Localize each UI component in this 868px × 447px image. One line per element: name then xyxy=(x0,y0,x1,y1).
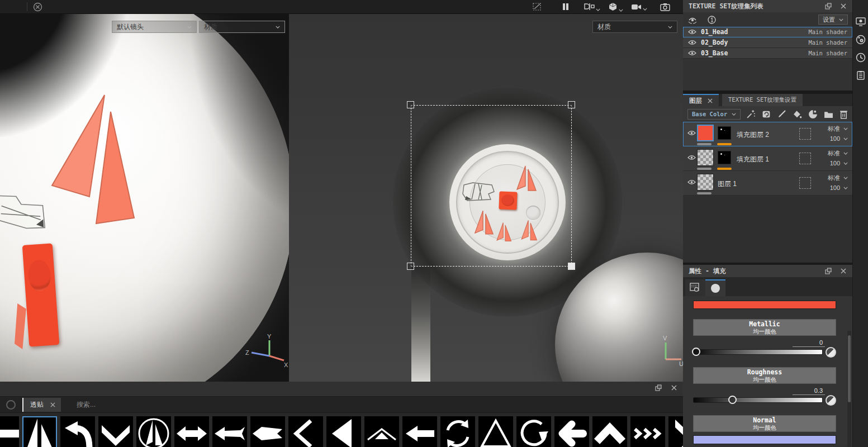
camera-video-dropdown[interactable] xyxy=(631,3,647,11)
stencil-twin-triangle-arrow[interactable] xyxy=(22,416,57,447)
properties-float-icon[interactable] xyxy=(825,268,832,274)
opacity-select[interactable]: 100 xyxy=(830,160,848,167)
stencil-bar-arrow[interactable] xyxy=(0,416,19,447)
shelf-float-icon[interactable] xyxy=(655,384,662,391)
stencil-arrow-left-flag[interactable] xyxy=(250,416,285,447)
texture-set-close-icon[interactable] xyxy=(840,3,847,9)
split-2d3d-dropdown[interactable] xyxy=(584,3,600,11)
eye-icon[interactable] xyxy=(687,155,696,160)
stencil-triple-chevron-right[interactable] xyxy=(630,416,665,447)
stencil-refresh-circle[interactable] xyxy=(440,416,475,447)
layer-mask-thumbnail[interactable] xyxy=(718,151,731,164)
uv-reproject-button[interactable] xyxy=(799,153,811,164)
screenshot-camera-icon[interactable] xyxy=(659,2,671,12)
eye-icon[interactable] xyxy=(688,40,696,45)
opacity-select[interactable]: 100 xyxy=(830,184,848,191)
roughness-slider[interactable] xyxy=(693,397,823,403)
viewport-3d[interactable]: 默认镜头 材质 Y Z X xyxy=(0,14,289,382)
properties-close-icon[interactable] xyxy=(840,268,847,274)
effects-wand-icon[interactable] xyxy=(746,110,756,119)
tab-material[interactable] xyxy=(705,279,725,296)
camera-select[interactable]: 默认镜头 xyxy=(112,21,197,33)
display-settings-icon[interactable] xyxy=(856,17,866,27)
properties-scrollbar[interactable] xyxy=(847,331,851,447)
eye-icon[interactable] xyxy=(688,50,696,56)
layer-row-fill-2[interactable]: 填充图层 2 标准 100 xyxy=(683,122,852,146)
trash-icon[interactable] xyxy=(839,110,848,119)
stencil-curved-arrow-left[interactable] xyxy=(60,416,95,447)
log-clipboard-icon[interactable] xyxy=(856,70,866,80)
shelf-close-icon[interactable] xyxy=(671,384,677,391)
stencil-chevron-up-bold[interactable] xyxy=(592,416,627,447)
shelf-tab-alphas[interactable]: 透贴 xyxy=(22,398,61,412)
metallic-slider-knob[interactable] xyxy=(692,348,700,356)
uv-reproject-button[interactable] xyxy=(799,128,811,140)
roughness-mode-button[interactable]: Roughness 均一颜色 xyxy=(693,367,836,384)
tab-close-icon[interactable] xyxy=(708,98,713,103)
add-fill-icon[interactable] xyxy=(762,110,771,119)
material-select-3d[interactable]: 材质 xyxy=(199,21,285,33)
stencil-compass-arrow-circle[interactable] xyxy=(136,416,171,447)
viewport-2d[interactable]: 材质 V U xyxy=(289,14,683,382)
blend-mode-select[interactable]: 标准 xyxy=(828,174,848,182)
stencil-off-icon[interactable] xyxy=(532,2,544,12)
layer-color-thumbnail[interactable] xyxy=(697,149,714,166)
texture-set-settings-button[interactable]: 设置 xyxy=(818,15,848,25)
roughness-slider-knob[interactable] xyxy=(728,396,737,404)
history-circle-x-icon[interactable] xyxy=(31,2,44,12)
fill-bucket-icon[interactable] xyxy=(793,110,802,119)
uv-reproject-button[interactable] xyxy=(799,177,811,189)
stencil-double-arrow-horizontal[interactable] xyxy=(174,416,209,447)
selection-handle-bl[interactable] xyxy=(407,263,414,270)
layer-mask-thumbnail[interactable] xyxy=(718,126,731,140)
metallic-slider[interactable] xyxy=(693,349,823,355)
layer-row-fill-1[interactable]: 填充图层 1 标准 100 xyxy=(683,146,852,171)
layer-row-paint-1[interactable]: 图层 1 标准 100 xyxy=(683,171,852,196)
metallic-mode-button[interactable]: Metallic 均一颜色 xyxy=(693,319,836,336)
texture-set-float-icon[interactable] xyxy=(825,3,832,9)
paint-brush-icon[interactable] xyxy=(777,110,786,118)
material-select-2d[interactable]: 材质 xyxy=(592,21,677,33)
opacity-select[interactable]: 100 xyxy=(830,135,848,142)
eye-icon[interactable] xyxy=(687,179,696,185)
folder-icon[interactable] xyxy=(824,110,833,118)
selection-handle-br[interactable] xyxy=(568,263,575,270)
normal-color-swatch[interactable] xyxy=(693,435,836,444)
sync-visibility-icon[interactable] xyxy=(687,16,698,24)
metallic-value[interactable]: 0 xyxy=(819,339,823,346)
history-clock-icon[interactable] xyxy=(856,53,866,63)
eye-icon[interactable] xyxy=(687,130,696,136)
stencil-rotate-clockwise[interactable] xyxy=(516,416,551,447)
stencil-arrow-left[interactable] xyxy=(402,416,437,447)
stencil-chevron-down-up[interactable] xyxy=(668,416,683,447)
texture-set-row[interactable]: 03_Base Main shader xyxy=(683,48,852,59)
stencil-arrow-left-tailed[interactable] xyxy=(212,416,247,447)
tab-fill-settings[interactable] xyxy=(685,279,705,296)
tab-texture-set-settings[interactable]: TEXTURE SET纹理集设置 xyxy=(722,94,803,106)
shelf-search-input[interactable] xyxy=(77,401,244,408)
tab-layers[interactable]: 图层 xyxy=(683,94,719,106)
stencil-chevron-left-thin[interactable] xyxy=(288,416,323,447)
stencil-chevron-down[interactable] xyxy=(98,416,133,447)
selection-handle-tl[interactable] xyxy=(407,101,414,108)
base-color-swatch[interactable] xyxy=(693,301,836,309)
blend-mode-select[interactable]: 标准 xyxy=(828,149,848,158)
stencil-caret-up-line[interactable] xyxy=(364,416,399,447)
texture-set-row[interactable]: 01_Head Main shader xyxy=(683,27,852,37)
roughness-gradient-toggle[interactable] xyxy=(826,395,836,406)
stencil-triangle-outline[interactable] xyxy=(478,416,513,447)
layer-color-thumbnail[interactable] xyxy=(697,125,714,141)
selection-handle-tr[interactable] xyxy=(568,101,575,108)
shelf-refresh-icon[interactable] xyxy=(6,400,16,410)
blend-mode-select[interactable]: 标准 xyxy=(828,125,848,133)
metallic-gradient-toggle[interactable] xyxy=(826,347,836,358)
smart-material-icon[interactable] xyxy=(808,110,818,119)
shelf-tab-close-icon[interactable] xyxy=(50,402,55,407)
texture-set-row[interactable]: 02_Body Main shader xyxy=(683,37,852,48)
eye-one-icon[interactable] xyxy=(707,16,717,24)
eye-icon[interactable] xyxy=(688,29,696,35)
pause-icon[interactable] xyxy=(559,2,572,12)
view-3d-cube-dropdown[interactable] xyxy=(608,2,623,12)
layer-color-thumbnail[interactable] xyxy=(697,174,714,191)
stencil-triangle-left-solid[interactable] xyxy=(326,416,361,447)
